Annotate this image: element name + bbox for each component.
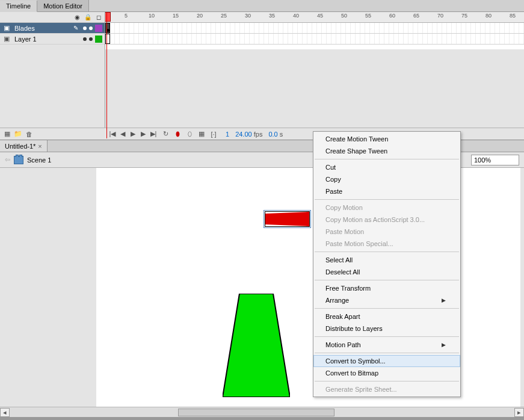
menu-item-label: Free Transform xyxy=(325,285,371,292)
ruler-mark: 20 xyxy=(197,13,203,19)
timeline-info: 1 24.00 fps 0.0 s xyxy=(226,131,283,138)
tab-motion-editor[interactable]: Motion Editor xyxy=(37,0,89,11)
lock-dot[interactable] xyxy=(89,37,93,41)
layer-row-blades[interactable]: ▣ Blades ✎ xyxy=(0,23,105,34)
onion-skin-icon[interactable]: ⬮ xyxy=(173,129,182,139)
menu-item-create-motion-tween[interactable]: Create Motion Tween xyxy=(313,133,460,145)
tab-timeline[interactable]: Timeline xyxy=(0,1,37,12)
new-layer-icon[interactable]: ▦ xyxy=(2,129,12,139)
menu-item-motion-path[interactable]: Motion Path▶ xyxy=(313,339,460,351)
menu-item-distribute-to-layers[interactable]: Distribute to Layers xyxy=(313,323,460,335)
svg-marker-0 xyxy=(265,212,309,226)
frame-track-layer1[interactable] xyxy=(105,34,524,45)
ruler-mark: 35 xyxy=(269,13,275,19)
red-blade-shape[interactable] xyxy=(265,211,310,227)
menu-item-copy[interactable]: Copy xyxy=(313,173,460,185)
menu-item-label: Deselect All xyxy=(325,268,360,276)
lock-icon[interactable]: 🔒 xyxy=(84,14,91,21)
frame-track-blades[interactable] xyxy=(105,23,524,34)
menu-item-deselect-all[interactable]: Deselect All xyxy=(313,266,460,278)
menu-separator xyxy=(315,308,459,309)
document-name: Untitled-1* xyxy=(5,143,35,150)
ruler-mark: 65 xyxy=(413,13,419,19)
menu-item-label: Create Shape Tween xyxy=(325,147,387,155)
menu-item-label: Paste Motion xyxy=(325,228,364,235)
menu-item-convert-to-symbol[interactable]: Convert to Symbol... xyxy=(313,355,460,367)
menu-item-label: Paste xyxy=(325,188,342,195)
playback-controls: |◀ ◀ ▶ ▶ ▶| xyxy=(108,129,158,139)
onion-outline-icon[interactable]: ⬯ xyxy=(185,129,194,139)
menu-item-copy-motion-as-actionscript-3-0: Copy Motion as ActionScript 3.0... xyxy=(313,214,460,226)
menu-item-generate-sprite-sheet: Generate Sprite Sheet... xyxy=(313,383,460,395)
ruler-mark: 60 xyxy=(389,13,395,19)
menu-item-paste-motion: Paste Motion xyxy=(313,226,460,238)
visibility-dot[interactable] xyxy=(83,37,87,41)
layer-type-icon: ▣ xyxy=(2,25,11,32)
menu-item-copy-motion: Copy Motion xyxy=(313,202,460,214)
menu-item-label: Create Motion Tween xyxy=(325,135,388,143)
menu-item-label: Generate Sprite Sheet... xyxy=(325,386,397,393)
frame-ruler[interactable]: 1510152025303540455055606570758085 xyxy=(105,12,524,23)
layer-column: ◉ 🔒 ◻ ▣ Blades ✎ ▣ Layer 1 xyxy=(0,12,105,49)
context-menu: Create Motion TweenCreate Shape TweenCut… xyxy=(313,131,461,397)
menu-item-paste[interactable]: Paste xyxy=(313,185,460,197)
visibility-icon[interactable]: ◉ xyxy=(73,14,81,21)
play-icon[interactable]: ▶ xyxy=(128,129,138,139)
zoom-input[interactable] xyxy=(471,155,519,165)
first-frame-icon[interactable]: |◀ xyxy=(108,129,117,139)
layer-name: Layer 1 xyxy=(13,36,71,43)
menu-item-label: Copy Motion xyxy=(325,204,363,211)
new-folder-icon[interactable]: 📁 xyxy=(13,129,23,139)
menu-item-free-transform[interactable]: Free Transform xyxy=(313,282,460,294)
ruler-mark: 10 xyxy=(149,13,155,19)
menu-item-label: Copy xyxy=(325,176,341,183)
menu-item-cut[interactable]: Cut xyxy=(313,161,460,173)
scroll-right-icon[interactable]: ▸ xyxy=(514,408,524,417)
outline-swatch[interactable] xyxy=(95,25,102,32)
scene-icon xyxy=(14,156,23,164)
last-frame-icon[interactable]: ▶| xyxy=(149,129,158,139)
layer-row-layer1[interactable]: ▣ Layer 1 xyxy=(0,34,105,45)
lock-dot[interactable] xyxy=(89,26,93,30)
ruler-mark: 85 xyxy=(510,13,516,19)
menu-item-convert-to-bitmap[interactable]: Convert to Bitmap xyxy=(313,367,460,379)
green-stand-shape[interactable] xyxy=(223,294,290,398)
prev-frame-icon[interactable]: ◀ xyxy=(118,129,128,139)
menu-item-label: Copy Motion as ActionScript 3.0... xyxy=(325,216,425,223)
menu-item-label: Cut xyxy=(325,164,336,171)
menu-item-select-all[interactable]: Select All xyxy=(313,254,460,266)
ruler-mark: 5 xyxy=(125,13,128,19)
svg-marker-1 xyxy=(223,294,290,397)
outline-icon[interactable]: ◻ xyxy=(95,14,102,21)
loop-icon[interactable]: ↻ xyxy=(161,129,170,139)
outline-swatch[interactable] xyxy=(95,36,102,43)
ruler-mark: 30 xyxy=(245,13,251,19)
menu-item-break-apart[interactable]: Break Apart xyxy=(313,310,460,323)
scroll-left-icon[interactable]: ◂ xyxy=(0,408,10,417)
horizontal-scrollbar[interactable]: ◂ ▸ xyxy=(0,407,524,417)
edit-multiple-icon[interactable]: ▦ xyxy=(197,129,206,139)
menu-item-label: Distribute to Layers xyxy=(325,325,383,332)
menu-item-arrange[interactable]: Arrange▶ xyxy=(313,294,460,306)
back-arrow-icon[interactable]: ⇦ xyxy=(5,156,10,164)
delete-layer-icon[interactable]: 🗑 xyxy=(24,129,34,139)
ruler-mark: 45 xyxy=(317,13,323,19)
menu-separator xyxy=(315,159,459,159)
ruler-mark: 75 xyxy=(461,13,467,19)
menu-separator xyxy=(315,199,459,200)
modify-markers-icon[interactable]: [·] xyxy=(209,129,218,139)
document-tab[interactable]: Untitled-1* × xyxy=(0,140,48,152)
menu-separator xyxy=(315,381,459,381)
close-tab-icon[interactable]: × xyxy=(38,143,42,150)
ruler-mark: 50 xyxy=(341,13,347,19)
timeline-empty-area xyxy=(0,49,524,128)
layer-name: Blades xyxy=(13,25,71,32)
scroll-thumb[interactable] xyxy=(178,409,334,416)
scroll-track[interactable] xyxy=(10,408,514,417)
ruler-mark: 40 xyxy=(293,13,299,19)
menu-item-create-shape-tween[interactable]: Create Shape Tween xyxy=(313,145,460,157)
layer-header: ◉ 🔒 ◻ xyxy=(0,12,105,23)
visibility-dot[interactable] xyxy=(83,26,87,30)
frames-column[interactable]: 1510152025303540455055606570758085 xyxy=(105,12,524,49)
next-frame-icon[interactable]: ▶ xyxy=(138,129,148,139)
